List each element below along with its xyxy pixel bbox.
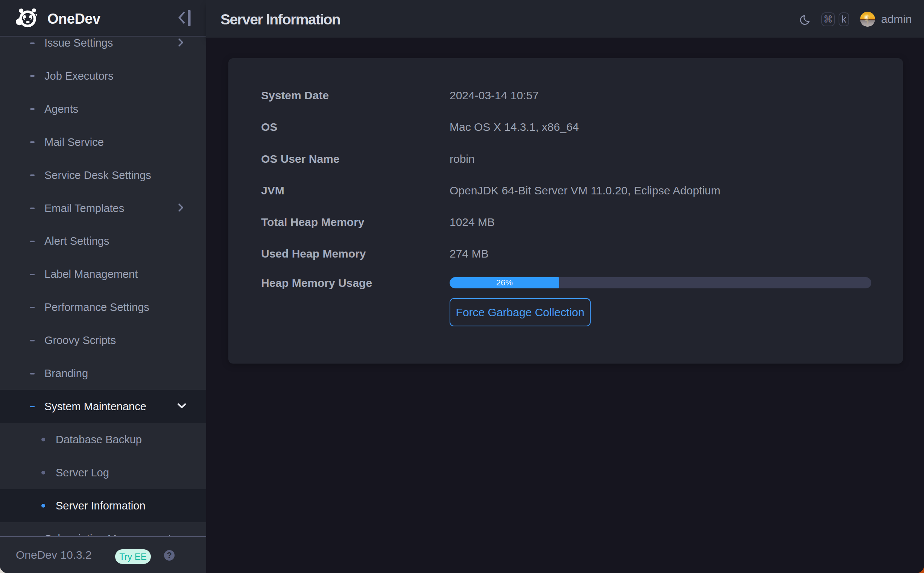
sidebar-item-label: Mail Service [44,136,104,149]
info-value: Mac OS X 14.3.1, x86_64 [450,121,579,133]
chevron-down-icon [177,402,187,410]
heap-usage-label: Heap Memory Usage [261,277,372,290]
sidebar-item-label: Agents [44,103,78,116]
sidebar-item-email-templates[interactable]: Email Templates [0,192,206,225]
brand[interactable]: OneDev [16,8,100,30]
sidebar-item-system-maintenance[interactable]: System Maintenance [0,390,206,423]
sidebar-item-issue-settings[interactable]: Issue Settings [0,37,206,60]
dash-icon [30,42,35,44]
chevron-right-icon [177,38,184,49]
sidebar-item-mail-service[interactable]: Mail Service [0,125,206,159]
k-key-badge[interactable]: k [839,13,849,26]
sidebar-item-alert-settings[interactable]: Alert Settings [0,225,206,258]
sidebar-footer: OneDev 10.3.2 Try EE ? [0,536,206,573]
dash-icon [30,340,35,341]
info-row: OS Mac OS X 14.3.1, x86_64 [228,111,903,143]
sidebar-item-label: Alert Settings [44,235,109,247]
sidebar-menu: Issue Settings Job Executors Agents Mail… [0,37,206,536]
info-label: OS [261,121,277,133]
sidebar-item-label: Performance Settings [44,301,149,313]
avatar[interactable] [860,12,875,27]
info-label: Total Heap Memory [261,216,365,229]
sidebar-item-label: Job Executors [44,70,114,82]
brand-name: OneDev [47,11,100,27]
sidebar-item-label-management[interactable]: Label Management [0,258,206,291]
dash-icon [30,307,35,308]
bullet-icon [41,438,45,441]
cmd-key-badge[interactable]: ⌘ [821,13,835,26]
sidebar-item-label: Server Log [56,467,109,479]
info-value: robin [450,153,475,166]
force-garbage-collection-button[interactable]: Force Garbage Collection [450,298,591,326]
chevron-right-icon [177,203,184,214]
sidebar-item-label: Label Management [44,268,138,280]
server-info-card: System Date 2024-03-14 10:57 OS Mac OS X… [228,58,903,363]
sidebar-item-label: Service Desk Settings [44,169,151,182]
sidebar-item-label: Groovy Scripts [44,334,116,347]
sidebar-item-label: Subscription Management [44,533,171,537]
info-value: 2024-03-14 10:57 [450,89,539,102]
bullet-icon [41,471,45,474]
info-label: OS User Name [261,153,339,166]
dash-icon [30,75,35,77]
info-row: OS User Name robin [228,143,903,175]
main-content: System Date 2024-03-14 10:57 OS Mac OS X… [206,38,924,573]
dash-icon [30,174,35,176]
info-value: 1024 MB [450,216,495,229]
dash-icon [30,108,35,110]
user-name[interactable]: admin [881,13,912,25]
dash-icon [30,208,35,209]
heap-usage-percent: 26% [496,278,513,288]
sidebar-item-server-log[interactable]: Server Log [0,456,206,489]
dash-icon [30,406,35,407]
try-ee-badge[interactable]: Try EE [115,549,151,564]
sidebar-item-subscription-management[interactable]: Subscription Management [0,522,206,536]
version-label: OneDev 10.3.2 [16,549,92,561]
info-label: Used Heap Memory [261,247,366,260]
sidebar-item-label: Branding [44,367,88,380]
sidebar-item-server-information[interactable]: Server Information [0,489,206,522]
onedev-window: OneDev Issue Settings Job Executors [0,0,924,573]
sidebar-item-performance-settings[interactable]: Performance Settings [0,291,206,324]
sidebar-item-label: Server Information [56,500,146,512]
info-row: Used Heap Memory 274 MB [228,238,903,269]
sidebar-item-label: Database Backup [56,434,142,446]
sidebar-item-branding[interactable]: Branding [0,357,206,390]
sidebar: OneDev Issue Settings Job Executors [0,0,206,573]
dash-icon [30,274,35,275]
help-button[interactable]: ? [164,550,174,560]
info-row: JVM OpenJDK 64-Bit Server VM 11.0.20, Ec… [228,175,903,207]
info-value: OpenJDK 64-Bit Server VM 11.0.20, Eclips… [450,184,720,197]
sidebar-item-groovy-scripts[interactable]: Groovy Scripts [0,324,206,357]
collapse-sidebar-button[interactable] [175,8,193,28]
sidebar-item-label: Email Templates [44,202,124,215]
info-label: JVM [261,184,284,197]
heap-usage-progress-fill: 26% [450,277,559,288]
info-label: System Date [261,89,329,102]
topbar: Server Information [206,0,924,38]
bullet-icon [41,504,45,507]
onedev-logo-icon [16,8,39,30]
sidebar-header: OneDev [0,0,206,36]
info-row: System Date 2024-03-14 10:57 [228,80,903,111]
sidebar-item-job-executors[interactable]: Job Executors [0,59,206,92]
sidebar-item-agents[interactable]: Agents [0,92,206,125]
page-title: Server Information [220,11,340,28]
dash-icon [30,241,35,242]
info-value: 274 MB [450,247,488,260]
sidebar-item-label: Issue Settings [44,37,113,49]
dash-icon [30,373,35,374]
sidebar-item-service-desk-settings[interactable]: Service Desk Settings [0,159,206,192]
dash-icon [30,141,35,143]
info-row: Total Heap Memory 1024 MB [228,207,903,238]
dark-mode-toggle-icon[interactable] [800,15,810,27]
sidebar-item-label: System Maintenance [44,401,146,413]
sidebar-item-database-backup[interactable]: Database Backup [0,423,206,456]
heap-usage-progress-bar: 26% [450,277,871,288]
